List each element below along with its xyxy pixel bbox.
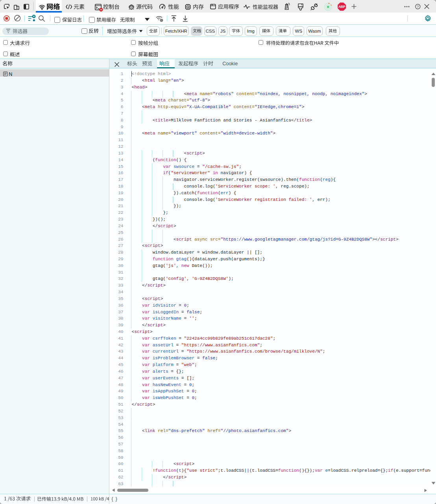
svg-text:?: ? xyxy=(417,5,419,9)
svg-text:ABP: ABP xyxy=(338,6,345,9)
